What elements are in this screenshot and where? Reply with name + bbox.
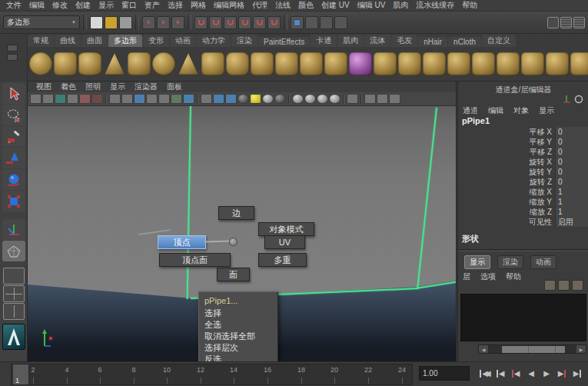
shelf-tab-animation[interactable]: 动画 xyxy=(170,35,196,47)
multisample-icon[interactable] xyxy=(329,94,341,104)
append-polygon-icon[interactable] xyxy=(472,52,495,75)
menu-edit-uv[interactable]: 编辑 UV xyxy=(354,0,390,12)
safe-title-icon[interactable] xyxy=(183,94,194,104)
poly-cylinder-icon[interactable] xyxy=(78,52,101,75)
shelf-tab-muscle[interactable]: 肌肉 xyxy=(337,35,364,47)
all-lights-icon[interactable] xyxy=(250,94,261,104)
context-item-deselect-all[interactable]: 取消选择全部 xyxy=(199,331,277,342)
resolution-gate-icon[interactable] xyxy=(134,94,145,104)
poly-prism-icon[interactable] xyxy=(177,52,200,75)
step-forward-key-button[interactable]: ▶ xyxy=(555,365,569,381)
gamma-icon[interactable] xyxy=(389,94,400,104)
no-lights-icon[interactable] xyxy=(274,94,286,104)
extract-icon[interactable] xyxy=(423,52,446,75)
shelf-tab-polygons[interactable]: 多边形 xyxy=(108,35,142,47)
cb-menu-edit[interactable]: 编辑 xyxy=(488,105,503,116)
boolean-intersection-icon[interactable] xyxy=(324,52,347,75)
combine-icon[interactable] xyxy=(374,52,397,75)
bridge-icon[interactable] xyxy=(570,52,588,75)
context-item-select[interactable]: 选择 xyxy=(199,308,277,319)
marking-menu-edge[interactable]: 边 xyxy=(218,206,254,220)
shelf-tab-nhair[interactable]: nHair xyxy=(418,37,447,47)
channel-value[interactable]: 0 xyxy=(555,127,588,137)
field-chart-icon[interactable] xyxy=(158,94,170,104)
poly-sphere-icon[interactable] xyxy=(29,52,52,75)
menu-mesh[interactable]: 网格 xyxy=(187,0,210,12)
poly-cube-icon[interactable] xyxy=(54,52,77,75)
screen-space-ao-icon[interactable] xyxy=(304,94,316,104)
shelf-tab-dynamics[interactable]: 动力学 xyxy=(197,35,231,47)
default-lighting-icon[interactable] xyxy=(262,94,274,104)
cb-menu-show[interactable]: 显示 xyxy=(539,105,554,116)
cb-menu-object[interactable]: 对象 xyxy=(513,105,529,116)
go-to-start-button[interactable]: ◀◀ xyxy=(478,365,492,381)
snap-to-view-planes-icon[interactable] xyxy=(253,16,266,29)
shelf-tab-menu-icon[interactable] xyxy=(7,45,18,52)
channel-value[interactable]: 1 xyxy=(555,197,588,207)
layer-tab-render[interactable]: 渲染 xyxy=(497,255,523,269)
layer-menu-layers[interactable]: 层 xyxy=(463,271,470,282)
menu-normals[interactable]: 法线 xyxy=(271,0,294,12)
snap-to-curves-icon[interactable] xyxy=(209,16,222,29)
input-connections-icon[interactable] xyxy=(291,16,304,29)
lock-camera-icon[interactable] xyxy=(42,94,54,104)
menu-file[interactable]: 文件 xyxy=(2,0,25,12)
bookmarks-icon[interactable] xyxy=(67,94,78,104)
layer-menu-help[interactable]: 帮助 xyxy=(506,271,521,282)
step-back-key-button[interactable]: ◀ xyxy=(509,365,523,381)
context-item-select-hierarchy[interactable]: 选择层次 xyxy=(199,342,277,354)
marking-menu-multi[interactable]: 多重 xyxy=(258,253,307,267)
single-pane-layout-button[interactable] xyxy=(3,268,25,285)
menu-edit-mesh[interactable]: 编辑网格 xyxy=(210,0,248,12)
camera-attributes-icon[interactable] xyxy=(55,94,66,104)
time-slider[interactable]: 1 2 4 6 8 10 12 14 16 18 20 22 24 xyxy=(11,364,413,385)
channel-value[interactable]: 1 xyxy=(555,207,588,217)
safe-action-icon[interactable] xyxy=(171,94,182,104)
poly-pipe-icon[interactable] xyxy=(226,52,249,75)
select-by-component-icon[interactable] xyxy=(171,16,184,29)
menu-help[interactable]: 帮助 xyxy=(458,0,481,12)
object-name[interactable]: pPipe1 xyxy=(462,116,490,125)
film-gate-icon[interactable] xyxy=(121,94,133,104)
paint-selection-tool[interactable] xyxy=(2,126,25,147)
menu-create-uv[interactable]: 创建 UV xyxy=(317,0,354,12)
select-camera-icon[interactable] xyxy=(30,94,42,104)
marking-menu-uv[interactable]: UV xyxy=(264,235,305,249)
output-connections-icon[interactable] xyxy=(305,16,318,29)
menu-display[interactable]: 显示 xyxy=(95,0,118,12)
cb-menu-channels[interactable]: 通道 xyxy=(463,105,478,116)
channel-value[interactable]: 0 xyxy=(555,137,588,147)
snap-to-grids-icon[interactable] xyxy=(194,16,208,29)
lasso-tool[interactable] xyxy=(2,105,25,125)
marking-menu-object-mode[interactable]: 对象模式 xyxy=(258,222,314,236)
poly-torus-icon[interactable] xyxy=(152,52,175,75)
shadows-icon[interactable] xyxy=(292,94,304,104)
boolean-union-icon[interactable] xyxy=(275,52,298,75)
shelf-tab-fur[interactable]: 毛发 xyxy=(391,35,417,47)
separate-icon[interactable] xyxy=(398,52,421,75)
shelf-tab-surfaces[interactable]: 曲面 xyxy=(81,35,108,47)
manipulator-icon[interactable] xyxy=(562,95,571,104)
marking-menu-vertex-face[interactable]: 顶点面 xyxy=(159,253,231,267)
extrude-icon[interactable] xyxy=(546,52,569,75)
layer-menu-options[interactable]: 选项 xyxy=(480,271,496,282)
shelf-tab-general[interactable]: 常规 xyxy=(28,35,54,47)
new-empty-layer-icon[interactable] xyxy=(544,280,556,291)
playback-speed-field[interactable]: 1.00 xyxy=(419,366,470,381)
menu-modify[interactable]: 修改 xyxy=(48,0,71,12)
2d-pan-zoom-icon[interactable] xyxy=(91,94,103,104)
shelf-tab-ncloth[interactable]: nCloth xyxy=(448,37,481,47)
offset-edge-loop-icon[interactable] xyxy=(521,52,544,75)
shelf-tab-curves[interactable]: 曲线 xyxy=(55,35,81,47)
save-scene-icon[interactable] xyxy=(119,16,132,29)
panel-menu-renderer[interactable]: 渲染器 xyxy=(130,82,162,92)
shelf-tab-custom[interactable]: 自定义 xyxy=(482,35,516,47)
step-back-frame-button[interactable]: ◀ xyxy=(493,365,507,381)
channel-value[interactable]: 0 xyxy=(555,147,588,157)
select-by-object-icon[interactable] xyxy=(157,16,170,29)
wireframe-icon[interactable] xyxy=(201,94,212,104)
shelf-tab-deformation[interactable]: 变形 xyxy=(143,35,169,47)
scroll-left-icon[interactable]: ◀ xyxy=(479,345,488,353)
menu-proxy[interactable]: 代理 xyxy=(248,0,271,12)
marking-menu-face[interactable]: 面 xyxy=(217,268,250,281)
